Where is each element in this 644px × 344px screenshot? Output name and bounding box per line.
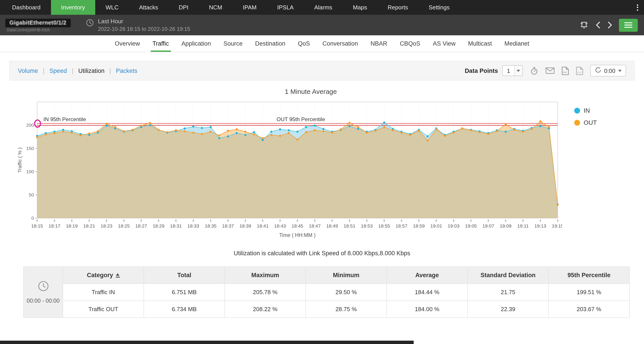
svg-text:19:01: 19:01: [430, 223, 442, 228]
schedule-timer-icon[interactable]: [530, 66, 538, 75]
table-cell: 29.50 %: [306, 284, 386, 301]
view-link-utilization[interactable]: Utilization: [78, 67, 104, 74]
svg-text:100: 100: [26, 169, 34, 174]
tab-source[interactable]: Source: [217, 35, 249, 52]
device-subtitle: DataCentre(pWHB-ASA: [5, 27, 84, 32]
svg-text:18:35: 18:35: [205, 223, 217, 228]
tab-cbqos[interactable]: CBQoS: [394, 35, 427, 52]
more-options-kebab-icon[interactable]: [631, 0, 644, 15]
traffic-tabs-bar: OverviewTrafficApplicationSourceDestinat…: [0, 35, 644, 52]
tab-as-view[interactable]: AS View: [427, 35, 462, 52]
svg-text:18:23: 18:23: [100, 223, 112, 228]
column-header-total[interactable]: Total: [144, 267, 225, 284]
tab-traffic[interactable]: Traffic: [146, 35, 175, 52]
svg-text:18:15: 18:15: [31, 223, 43, 228]
toolbar-actions: Data Points 1 PDF CSV 0:00: [465, 65, 626, 76]
page: DashboardInventoryWLCAttacksDPINCMIPAMIP…: [0, 0, 644, 344]
table-cell: 6.751 MB: [144, 284, 225, 301]
svg-text:18:29: 18:29: [153, 223, 164, 228]
tab-destination[interactable]: Destination: [249, 35, 292, 52]
view-link-packets[interactable]: Packets: [116, 67, 137, 74]
utilization-chart[interactable]: 050100150200IN 95th PercentileOUT 95th P…: [16, 97, 562, 238]
table-cell: Traffic OUT: [63, 301, 144, 318]
svg-text:19:05: 19:05: [465, 223, 477, 228]
clock-icon: [86, 19, 94, 29]
device-bar-actions: [579, 18, 639, 31]
tab-overview[interactable]: Overview: [108, 35, 146, 52]
column-header-minimum[interactable]: Minimum: [306, 267, 386, 284]
svg-text:18:27: 18:27: [135, 223, 147, 228]
svg-text:OUT 95th Percentile: OUT 95th Percentile: [276, 116, 325, 122]
table-cell: 21.75: [468, 284, 548, 301]
nav-item-maps[interactable]: Maps: [342, 0, 378, 15]
nav-item-wlc[interactable]: WLC: [95, 0, 129, 15]
svg-text:19:15: 19:15: [552, 223, 562, 228]
nav-item-ncm[interactable]: NCM: [199, 0, 232, 15]
table-cell: 6.734 MB: [144, 301, 225, 318]
tab-application[interactable]: Application: [175, 35, 217, 52]
chart-title: 1 Minute Average: [0, 88, 622, 95]
svg-text:18:49: 18:49: [326, 223, 338, 228]
nav-item-ipam[interactable]: IPAM: [232, 0, 267, 15]
svg-text:150: 150: [26, 146, 34, 151]
table-cell: 184.44 %: [386, 284, 468, 301]
nav-item-alarms[interactable]: Alarms: [304, 0, 342, 15]
svg-text:0: 0: [31, 216, 34, 221]
svg-text:18:55: 18:55: [378, 223, 390, 228]
svg-text:18:51: 18:51: [344, 223, 356, 228]
separator: |: [43, 67, 44, 74]
top-nav: DashboardInventoryWLCAttacksDPINCMIPAMIP…: [0, 0, 460, 15]
svg-text:18:25: 18:25: [118, 223, 130, 228]
view-link-speed[interactable]: Speed: [50, 67, 67, 74]
table-cell: 203.67 %: [548, 301, 630, 318]
nav-item-attacks[interactable]: Attacks: [129, 0, 168, 15]
legend-item-out[interactable]: OUT: [574, 119, 597, 126]
svg-text:19:13: 19:13: [534, 223, 546, 228]
device-identity[interactable]: GigabitEthernet0/1/2 DataCentre(pWHB-ASA: [5, 18, 84, 32]
tab-conversation[interactable]: Conversation: [316, 35, 364, 52]
legend-dot: [574, 120, 580, 125]
tab-multicast[interactable]: Multicast: [462, 35, 498, 52]
tab-medianet[interactable]: Medianet: [498, 35, 536, 52]
device-name: GigabitEthernet0/1/2: [5, 18, 70, 27]
table-cell: 205.78 %: [225, 284, 306, 301]
auto-refresh-select[interactable]: 0:00: [590, 65, 626, 76]
view-link-volume[interactable]: Volume: [18, 67, 38, 74]
nav-item-inventory[interactable]: Inventory: [51, 0, 95, 15]
svg-text:18:21: 18:21: [84, 223, 95, 228]
nav-item-settings[interactable]: Settings: [418, 0, 460, 15]
column-header-maximum[interactable]: Maximum: [225, 267, 306, 284]
column-header-label: Total: [177, 272, 192, 279]
column-header-standard-deviation[interactable]: Standard Deviation: [468, 267, 548, 284]
tab-nbar[interactable]: NBAR: [364, 35, 394, 52]
pdf-export-icon[interactable]: PDF: [562, 66, 569, 75]
column-header-category[interactable]: Category: [63, 267, 144, 284]
data-points-label: Data Points: [465, 67, 498, 74]
alarm-bell-icon[interactable]: [579, 20, 589, 30]
data-points-select[interactable]: 1: [502, 65, 522, 76]
nav-item-dashboard[interactable]: Dashboard: [2, 0, 51, 15]
next-interface-chevron-right-icon[interactable]: [607, 21, 612, 29]
nav-item-dpi[interactable]: DPI: [168, 0, 198, 15]
time-period[interactable]: Last Hour 2022-10-26 18:15 to 2022-10-26…: [86, 18, 190, 32]
legend-item-in[interactable]: IN: [574, 107, 597, 114]
top-nav-bar: DashboardInventoryWLCAttacksDPINCMIPAMIP…: [0, 0, 644, 15]
table-cell: 208.22 %: [225, 301, 306, 318]
svg-text:18:41: 18:41: [257, 223, 269, 228]
previous-interface-chevron-left-icon[interactable]: [596, 21, 600, 29]
table-row: Traffic IN6.751 MB205.78 %29.50 %184.44 …: [24, 284, 630, 301]
nav-item-ipsla[interactable]: IPSLA: [267, 0, 304, 15]
device-header-bar: GigabitEthernet0/1/2 DataCentre(pWHB-ASA…: [0, 15, 644, 35]
column-header-average[interactable]: Average: [386, 267, 468, 284]
svg-text:50: 50: [29, 192, 34, 197]
column-header-95th-percentile[interactable]: 95th Percentile: [548, 267, 630, 284]
table-cell: 199.51 %: [548, 284, 630, 301]
svg-text:18:33: 18:33: [188, 223, 199, 228]
hamburger-menu-button[interactable]: [619, 18, 638, 31]
column-header-label: Minimum: [333, 272, 360, 279]
email-icon[interactable]: [546, 67, 554, 74]
tab-qos[interactable]: QoS: [292, 35, 316, 52]
csv-export-icon[interactable]: CSV: [576, 66, 583, 75]
svg-text:18:17: 18:17: [48, 223, 60, 228]
nav-item-reports[interactable]: Reports: [378, 0, 418, 15]
